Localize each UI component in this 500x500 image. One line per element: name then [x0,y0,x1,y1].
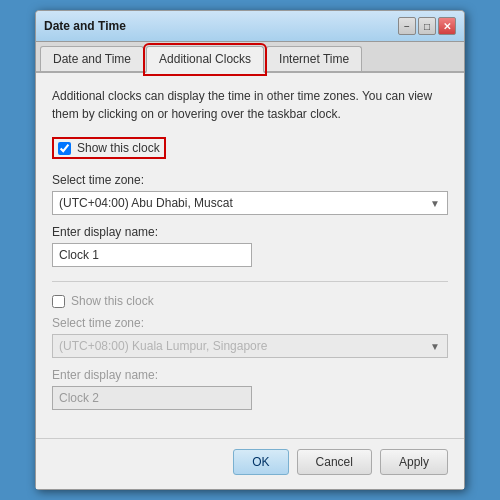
clock2-name-label: Enter display name: [52,368,448,382]
clock1-tz-label: Select time zone: [52,173,448,187]
maximize-button[interactable]: □ [418,17,436,35]
description-text: Additional clocks can display the time i… [52,87,448,123]
tab-date-time[interactable]: Date and Time [40,46,144,71]
clock2-name-input[interactable] [52,386,252,410]
clock1-show-checkbox[interactable] [58,142,71,155]
clock2-tz-label: Select time zone: [52,316,448,330]
apply-button[interactable]: Apply [380,449,448,475]
clock2-section: Show this clock Select time zone: (UTC+0… [52,294,448,410]
cancel-button[interactable]: Cancel [297,449,372,475]
clock1-tz-select-wrapper: (UTC+04:00) Abu Dhabi, Muscat(UTC+00:00)… [52,191,448,215]
clock1-show-row: Show this clock [52,137,166,159]
ok-button[interactable]: OK [233,449,288,475]
clock1-name-input[interactable] [52,243,252,267]
minimize-button[interactable]: − [398,17,416,35]
section-divider [52,281,448,282]
clock2-show-row: Show this clock [52,294,448,308]
clock1-tz-select[interactable]: (UTC+04:00) Abu Dhabi, Muscat(UTC+00:00)… [52,191,448,215]
clock2-tz-select-wrapper: (UTC+08:00) Kuala Lumpur, Singapore(UTC+… [52,334,448,358]
title-bar-controls: − □ ✕ [398,17,456,35]
tab-additional-clocks[interactable]: Additional Clocks [146,46,264,73]
clock2-show-checkbox[interactable] [52,295,65,308]
clock1-section: Show this clock Select time zone: (UTC+0… [52,137,448,267]
tab-internet-time[interactable]: Internet Time [266,46,362,71]
close-button[interactable]: ✕ [438,17,456,35]
tab-bar: Date and Time Additional Clocks Internet… [36,42,464,73]
clock1-show-label[interactable]: Show this clock [77,141,160,155]
title-bar: Date and Time − □ ✕ [36,11,464,42]
clock2-tz-select[interactable]: (UTC+08:00) Kuala Lumpur, Singapore(UTC+… [52,334,448,358]
window-title: Date and Time [44,19,126,33]
dialog-window: Date and Time − □ ✕ Date and Time Additi… [35,10,465,490]
tab-content: Additional clocks can display the time i… [36,73,464,438]
clock1-name-label: Enter display name: [52,225,448,239]
button-row: OK Cancel Apply [36,438,464,489]
clock2-show-label[interactable]: Show this clock [71,294,154,308]
